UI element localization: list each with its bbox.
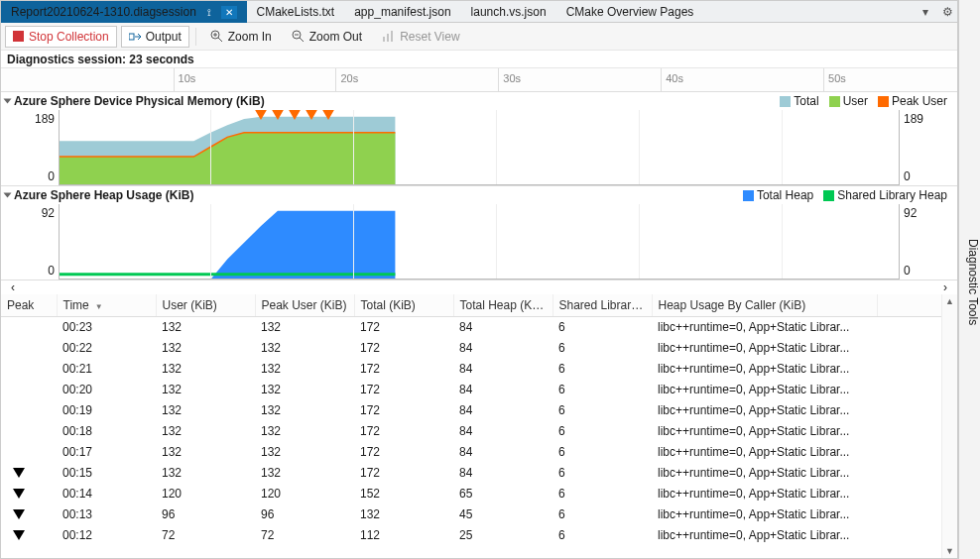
- collapse-icon[interactable]: [4, 193, 12, 198]
- column-header[interactable]: Heap Usage By Caller (KiB): [652, 294, 878, 316]
- table-row[interactable]: 00:20132132172846libc++runtime=0, App+St…: [1, 379, 957, 399]
- overflow-button[interactable]: ▾: [918, 4, 933, 20]
- table-row[interactable]: 00:17132132172846libc++runtime=0, App+St…: [1, 441, 957, 462]
- column-header[interactable]: User (KiB): [156, 294, 255, 316]
- zoom-in-icon: [210, 30, 223, 43]
- chevron-right-icon[interactable]: ›: [943, 280, 947, 294]
- gear-icon[interactable]: ⚙: [939, 4, 955, 20]
- toolbar: Stop Collection Output Zoom In Zoom Out …: [1, 23, 957, 51]
- svg-rect-5: [387, 34, 389, 42]
- table-row[interactable]: 00:14120120152656libc++runtime=0, App+St…: [1, 483, 957, 503]
- table-row[interactable]: 00:15132132172846libc++runtime=0, App+St…: [1, 462, 957, 483]
- table-row[interactable]: 00:23132132172846libc++runtime=0, App+St…: [1, 316, 957, 337]
- chart-hscroll[interactable]: ‹›: [1, 280, 957, 294]
- column-header[interactable]: Total Heap (KiB): [453, 294, 552, 316]
- ruler-tick: 20s: [335, 68, 358, 91]
- scroll-up-icon[interactable]: ▲: [945, 296, 954, 306]
- scroll-down-icon[interactable]: ▼: [945, 546, 954, 556]
- table-row[interactable]: 00:139696132456libc++runtime=0, App+Stat…: [1, 503, 957, 524]
- zoom-out-button[interactable]: Zoom Out: [284, 26, 370, 48]
- column-header[interactable]: Total (KiB): [354, 294, 453, 316]
- ruler-tick: 30s: [498, 68, 521, 91]
- y-axis-right: 920: [900, 204, 957, 280]
- legend-swatch: [780, 96, 791, 107]
- zoom-in-button[interactable]: Zoom In: [202, 26, 280, 48]
- timeline-ruler[interactable]: 10s 20s 30s 40s 50s: [1, 68, 957, 92]
- table-row[interactable]: 00:21132132172846libc++runtime=0, App+St…: [1, 358, 957, 379]
- zoom-out-icon: [292, 30, 305, 43]
- svg-marker-9: [60, 211, 395, 280]
- reset-icon: [382, 30, 395, 43]
- diagnostic-tools-tab[interactable]: Diagnostic Tools: [958, 0, 980, 559]
- heap-chart: Azure Sphere Heap Usage (KiB) Total Heap…: [1, 186, 957, 280]
- legend-swatch: [829, 96, 840, 107]
- vertical-scrollbar[interactable]: ▲ ▼: [941, 294, 957, 558]
- legend-swatch: [878, 96, 889, 107]
- peak-marker-icon: [13, 509, 25, 519]
- plot-area[interactable]: [59, 204, 900, 280]
- tab-label: Report20210624-1310.diagsession: [11, 5, 196, 19]
- pin-icon[interactable]: ⟟: [207, 7, 211, 18]
- stop-collection-button[interactable]: Stop Collection: [5, 26, 117, 48]
- column-header[interactable]: Peak: [1, 294, 57, 316]
- chevron-left-icon[interactable]: ‹: [11, 280, 15, 294]
- svg-rect-0: [13, 31, 24, 42]
- memory-chart: Azure Sphere Device Physical Memory (KiB…: [1, 92, 957, 186]
- svg-rect-4: [383, 37, 385, 42]
- peak-marker-icon: [13, 489, 25, 499]
- collapse-icon[interactable]: [4, 99, 12, 104]
- table-row[interactable]: 00:19132132172846libc++runtime=0, App+St…: [1, 399, 957, 420]
- column-header[interactable]: Time: [57, 294, 156, 316]
- chart-title: Azure Sphere Device Physical Memory (KiB…: [14, 94, 265, 108]
- legend: Total Heap Shared Library Heap: [743, 188, 953, 202]
- y-axis-right: 1890: [900, 110, 957, 185]
- snapshot-table: PeakTimeUser (KiB)Peak User (KiB)Total (…: [1, 294, 957, 558]
- tab-item[interactable]: launch.vs.json: [461, 1, 556, 23]
- legend: Total User Peak User: [780, 94, 953, 108]
- output-button[interactable]: Output: [121, 26, 189, 48]
- table-row[interactable]: 00:18132132172846libc++runtime=0, App+St…: [1, 420, 957, 441]
- legend-swatch: [743, 190, 754, 201]
- table-row[interactable]: 00:22132132172846libc++runtime=0, App+St…: [1, 337, 957, 358]
- stop-icon: [13, 31, 24, 42]
- reset-view-button[interactable]: Reset View: [374, 26, 467, 48]
- y-axis-left: 920: [1, 204, 59, 280]
- output-icon: [129, 31, 141, 43]
- column-header[interactable]: Shared Library...: [552, 294, 652, 316]
- plot-area[interactable]: [59, 110, 900, 185]
- ruler-tick: 50s: [823, 68, 846, 91]
- document-tabs: Report20210624-1310.diagsession ⟟ ✕ CMak…: [1, 1, 957, 23]
- chart-title: Azure Sphere Heap Usage (KiB): [14, 188, 193, 202]
- y-axis-left: 1890: [1, 110, 59, 185]
- column-header[interactable]: Peak User (KiB): [255, 294, 354, 316]
- tab-item[interactable]: app_manifest.json: [344, 1, 460, 23]
- close-icon[interactable]: ✕: [221, 6, 237, 19]
- tab-active[interactable]: Report20210624-1310.diagsession ⟟ ✕: [1, 1, 247, 23]
- tab-item[interactable]: CMake Overview Pages: [556, 1, 704, 23]
- ruler-tick: 10s: [174, 68, 196, 91]
- svg-rect-6: [391, 31, 393, 42]
- peak-marker-icon: [13, 468, 25, 478]
- svg-marker-8: [60, 133, 395, 185]
- table-row[interactable]: 00:127272112256libc++runtime=0, App+Stat…: [1, 524, 957, 545]
- legend-swatch: [823, 190, 834, 201]
- ruler-tick: 40s: [661, 68, 683, 91]
- svg-rect-1: [129, 34, 134, 40]
- tab-item[interactable]: CMakeLists.txt: [247, 1, 345, 23]
- session-summary: Diagnostics session: 23 seconds: [1, 51, 957, 68]
- peak-marker-icon: [13, 530, 25, 540]
